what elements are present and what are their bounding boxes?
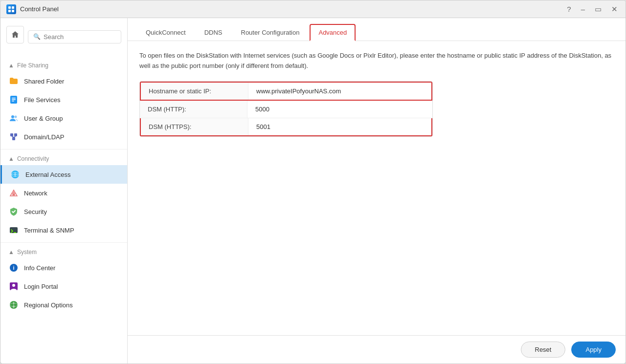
sidebar-item-file-services[interactable]: File Services	[0, 90, 127, 109]
terminal-icon	[8, 225, 19, 236]
search-icon: 🔍	[33, 33, 41, 40]
tab-advanced[interactable]: Advanced	[310, 24, 356, 41]
section-file-sharing-header[interactable]: ▲ File Sharing	[0, 59, 127, 72]
window-controls: ? – ▭ ✕	[565, 4, 620, 15]
info-center-label: Info Center	[24, 264, 55, 272]
domain-ldap-label: Domain/LDAP	[24, 133, 64, 141]
sidebar-item-domain-ldap[interactable]: Domain/LDAP	[0, 128, 127, 146]
svg-rect-0	[8, 6, 11, 9]
svg-line-13	[12, 136, 14, 137]
dsm-http-value	[247, 101, 432, 118]
content-area: QuickConnect DDNS Router Configuration A…	[128, 18, 626, 364]
section-file-sharing-label: File Sharing	[17, 62, 48, 69]
form-section: Hostname or static IP: DSM (HTTP):	[139, 81, 433, 137]
file-services-icon	[8, 94, 19, 105]
search-input[interactable]	[44, 33, 116, 41]
svg-rect-3	[12, 10, 14, 12]
chevron-up-icon-2: ▲	[8, 155, 14, 162]
dsm-https-value	[248, 118, 431, 135]
svg-rect-11	[14, 133, 17, 136]
svg-point-25	[12, 284, 15, 287]
section-connectivity: ▲ Connectivity External Access Network	[0, 152, 127, 239]
svg-rect-6	[12, 99, 16, 100]
tab-router-configuration[interactable]: Router Configuration	[233, 24, 308, 40]
title-bar: Control Panel ? – ▭ ✕	[0, 0, 626, 18]
sidebar-item-security[interactable]: Security	[0, 202, 127, 221]
external-access-label: External Access	[25, 171, 71, 178]
reset-button[interactable]: Reset	[521, 342, 566, 358]
sidebar-item-network[interactable]: Network	[0, 184, 127, 202]
main-content: 🔍 ▲ File Sharing Shared Folder	[0, 18, 626, 364]
sidebar-item-regional-options[interactable]: Regional Options	[0, 296, 127, 314]
user-group-label: User & Group	[24, 115, 63, 122]
folder-icon	[8, 76, 19, 86]
help-button[interactable]: ?	[565, 4, 573, 15]
terminal-snmp-label: Terminal & SNMP	[24, 227, 74, 234]
search-box: 🔍	[28, 30, 121, 43]
sidebar-top: 🔍	[0, 22, 127, 57]
footer: Reset Apply	[128, 335, 626, 364]
dsm-https-input[interactable]	[256, 123, 424, 130]
regional-options-label: Regional Options	[24, 301, 73, 309]
sidebar-item-shared-folder[interactable]: Shared Folder	[0, 72, 127, 90]
divider-2	[0, 242, 127, 243]
dsm-http-label: DSM (HTTP):	[140, 101, 247, 118]
window-title: Control Panel	[20, 5, 565, 13]
svg-text:i: i	[13, 265, 14, 271]
sidebar-item-login-portal[interactable]: Login Portal	[0, 277, 127, 296]
login-portal-icon	[8, 281, 19, 292]
svg-rect-10	[10, 133, 13, 136]
file-services-label: File Services	[24, 96, 60, 104]
user-group-icon	[8, 113, 19, 124]
close-button[interactable]: ✕	[609, 4, 620, 15]
svg-rect-20	[10, 227, 18, 233]
tab-quickconnect[interactable]: QuickConnect	[137, 24, 194, 40]
svg-line-14	[14, 136, 16, 137]
hostname-value	[248, 83, 431, 100]
hostname-row: Hostname or static IP:	[140, 82, 432, 101]
section-system-header[interactable]: ▲ System	[0, 246, 127, 258]
section-connectivity-header[interactable]: ▲ Connectivity	[0, 152, 127, 165]
shared-folder-label: Shared Folder	[24, 78, 64, 85]
sidebar-item-external-access[interactable]: External Access	[0, 165, 127, 184]
section-system: ▲ System i Info Center Login Portal	[0, 246, 127, 314]
dsm-http-input[interactable]	[255, 106, 425, 113]
external-access-icon	[10, 169, 21, 180]
svg-rect-5	[12, 98, 16, 99]
regional-icon	[8, 300, 19, 310]
control-panel-window: Control Panel ? – ▭ ✕ 🔍	[0, 0, 626, 364]
chevron-up-icon-3: ▲	[8, 249, 14, 256]
sidebar: 🔍 ▲ File Sharing Shared Folder	[0, 18, 128, 364]
maximize-button[interactable]: ▭	[593, 4, 604, 15]
svg-rect-1	[12, 6, 14, 9]
section-file-sharing: ▲ File Sharing Shared Folder File Servic…	[0, 59, 127, 146]
home-button[interactable]	[6, 26, 24, 43]
svg-rect-12	[12, 137, 15, 140]
dsm-https-label: DSM (HTTPS):	[141, 118, 248, 135]
hostname-input[interactable]	[256, 87, 424, 95]
description-text: To open files on the DiskStation with In…	[139, 51, 614, 71]
login-portal-label: Login Portal	[24, 283, 58, 290]
svg-rect-19	[13, 194, 15, 195]
section-system-label: System	[17, 249, 37, 256]
tab-bar: QuickConnect DDNS Router Configuration A…	[128, 18, 626, 41]
tab-ddns[interactable]: DDNS	[196, 24, 231, 40]
app-icon	[6, 4, 16, 14]
apply-button[interactable]: Apply	[571, 342, 616, 358]
minimize-button[interactable]: –	[579, 4, 587, 15]
info-center-icon: i	[8, 262, 19, 273]
dsm-http-row: DSM (HTTP):	[140, 101, 432, 118]
sidebar-item-terminal-snmp[interactable]: Terminal & SNMP	[0, 221, 127, 239]
svg-rect-2	[8, 10, 11, 12]
hostname-label: Hostname or static IP:	[141, 83, 248, 100]
chevron-up-icon: ▲	[8, 62, 14, 69]
divider-1	[0, 149, 127, 150]
section-connectivity-label: Connectivity	[17, 155, 49, 162]
security-icon	[8, 206, 19, 217]
sidebar-item-info-center[interactable]: i Info Center	[0, 258, 127, 277]
content-body: To open files on the DiskStation with In…	[128, 41, 626, 335]
svg-point-8	[11, 115, 14, 118]
svg-rect-7	[12, 101, 14, 102]
sidebar-item-user-group[interactable]: User & Group	[0, 109, 127, 128]
svg-point-9	[15, 116, 17, 118]
